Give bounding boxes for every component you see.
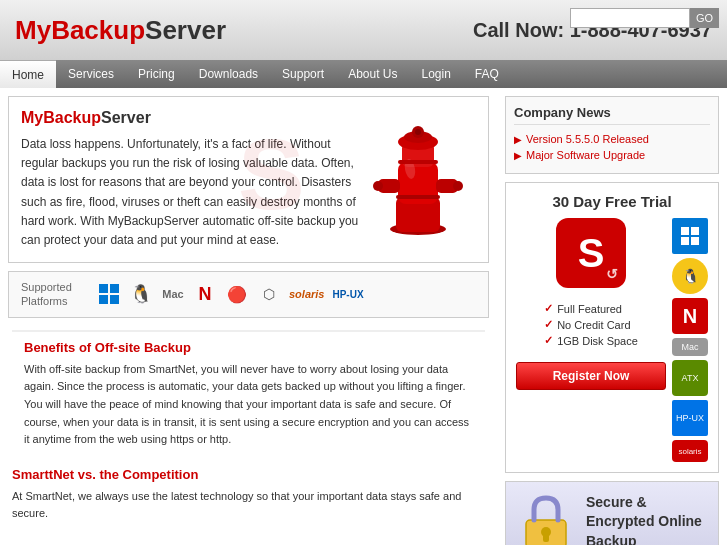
- svg-point-11: [415, 129, 421, 135]
- svg-rect-17: [99, 295, 108, 304]
- check-2: ✓: [544, 318, 553, 331]
- nav-downloads[interactable]: Downloads: [187, 60, 270, 88]
- logo-my: My: [15, 15, 51, 45]
- register-button[interactable]: Register Now: [516, 362, 666, 390]
- nav-about[interactable]: About Us: [336, 60, 409, 88]
- mac-icon: Mac: [161, 282, 185, 306]
- side-solaris-icon: solaris: [672, 440, 708, 462]
- company-news-title: Company News: [514, 105, 710, 125]
- news-label-2: Major Software Upgrade: [526, 149, 645, 161]
- trial-s-arrow: ↺: [606, 266, 618, 282]
- hero: MyBackupServer Data loss happens. Unfort…: [8, 96, 489, 263]
- platform-extra-icon: ⬡: [257, 282, 281, 306]
- feature-label-1: Full Featured: [557, 303, 622, 315]
- side-atx-icon: ATX: [672, 360, 708, 396]
- platforms-bar: SupportedPlatforms 🐧 Mac N 🔴 ⬡ solari: [8, 271, 489, 318]
- news-arrow-1: ▶: [514, 134, 522, 145]
- svg-rect-20: [691, 227, 699, 235]
- main: MyBackupServer Data loss happens. Unfort…: [0, 88, 727, 545]
- news-arrow-2: ▶: [514, 150, 522, 161]
- nav-support[interactable]: Support: [270, 60, 336, 88]
- svg-rect-18: [110, 295, 119, 304]
- svg-rect-22: [691, 237, 699, 245]
- feature-label-2: No Credit Card: [557, 319, 630, 331]
- check-1: ✓: [544, 302, 553, 315]
- content: MyBackupServer Data loss happens. Unfort…: [0, 88, 497, 545]
- solaris-label: solaris: [289, 288, 324, 300]
- news-item-1[interactable]: ▶ Version 5.5.5.0 Released: [514, 133, 710, 145]
- windows-icon: [97, 282, 121, 306]
- trial-feature-3: ✓ 1GB Disk Space: [544, 334, 638, 347]
- feature-label-3: 1GB Disk Space: [557, 335, 638, 347]
- trial-s-icon: S ↺: [556, 218, 626, 288]
- side-platform-icons: 🐧 N Mac ATX HP-UX solaris: [672, 218, 708, 462]
- side-mac-icon: Mac: [672, 338, 708, 356]
- netware-icon: 🔴: [225, 282, 249, 306]
- svg-rect-16: [110, 284, 119, 293]
- linux-icon: 🐧: [129, 282, 153, 306]
- trial-feature-2: ✓ No Credit Card: [544, 318, 638, 331]
- nav-pricing[interactable]: Pricing: [126, 60, 187, 88]
- lock-icon: [518, 492, 574, 545]
- hero-title-my: My: [21, 109, 43, 126]
- competition-title: SmarttNet vs. the Competition: [12, 467, 485, 482]
- svg-rect-19: [681, 227, 689, 235]
- svg-rect-14: [398, 160, 438, 164]
- nav-services[interactable]: Services: [56, 60, 126, 88]
- benefits-text: With off-site backup from SmartNet, you …: [24, 361, 473, 449]
- logo-backup: Backup: [51, 15, 145, 45]
- svg-rect-26: [543, 534, 549, 542]
- nav: Home Services Pricing Downloads Support …: [0, 60, 727, 88]
- nav-faq[interactable]: FAQ: [463, 60, 511, 88]
- trial-title: 30 Day Free Trial: [516, 193, 708, 210]
- logo: MyBackupServer: [15, 15, 226, 46]
- benefits-section: Benefits of Off-site Backup With off-sit…: [12, 330, 485, 467]
- trial-features: ✓ Full Featured ✓ No Credit Card ✓ 1GB D…: [544, 302, 638, 350]
- logo-server: Server: [145, 15, 226, 45]
- sidebar: Company News ▶ Version 5.5.5.0 Released …: [497, 88, 727, 545]
- nav-home[interactable]: Home: [0, 60, 56, 88]
- hpux-label: HP-UX: [332, 289, 363, 300]
- platforms-label: SupportedPlatforms: [21, 280, 81, 309]
- lock-icon-wrap: [516, 492, 576, 545]
- search-bar: GO: [570, 8, 719, 28]
- secure-backup-panel: Secure & Encrypted Online Backup: [505, 481, 719, 545]
- trial-s-letter: S: [578, 231, 605, 276]
- hero-text: Data loss happens. Unfortunately, it's a…: [21, 135, 361, 250]
- svg-rect-21: [681, 237, 689, 245]
- side-windows-icon: [672, 218, 708, 254]
- trial-inner: S ↺ ✓ Full Featured ✓ No Credit Card: [516, 218, 708, 462]
- side-hpux-icon: HP-UX: [672, 400, 708, 436]
- search-button[interactable]: GO: [690, 8, 719, 28]
- company-news-panel: Company News ▶ Version 5.5.5.0 Released …: [505, 96, 719, 174]
- trial-main: S ↺ ✓ Full Featured ✓ No Credit Card: [516, 218, 666, 390]
- side-novell-icon: N: [672, 298, 708, 334]
- check-3: ✓: [544, 334, 553, 347]
- news-label-1: Version 5.5.5.0 Released: [526, 133, 649, 145]
- secure-text: Secure & Encrypted Online Backup: [586, 493, 708, 545]
- svg-rect-13: [396, 195, 440, 199]
- side-linux-icon: 🐧: [672, 258, 708, 294]
- fire-hydrant-icon: [368, 107, 468, 237]
- trial-feature-1: ✓ Full Featured: [544, 302, 638, 315]
- competition-text: At SmartNet, we always use the latest te…: [12, 488, 485, 523]
- news-item-2[interactable]: ▶ Major Software Upgrade: [514, 149, 710, 161]
- svg-rect-15: [99, 284, 108, 293]
- benefits-title: Benefits of Off-site Backup: [24, 340, 473, 355]
- svg-point-5: [373, 181, 383, 191]
- hero-title-backup: Backup: [43, 109, 101, 126]
- svg-point-6: [453, 181, 463, 191]
- hero-title-server: Server: [101, 109, 151, 126]
- competition-section: SmarttNet vs. the Competition At SmartNe…: [12, 467, 485, 523]
- novell-icon: N: [193, 282, 217, 306]
- search-input[interactable]: [570, 8, 690, 28]
- trial-box: 30 Day Free Trial S ↺ ✓ Full Featured: [505, 182, 719, 473]
- nav-login[interactable]: Login: [409, 60, 462, 88]
- content-lower: Benefits of Off-site Backup With off-sit…: [0, 326, 497, 531]
